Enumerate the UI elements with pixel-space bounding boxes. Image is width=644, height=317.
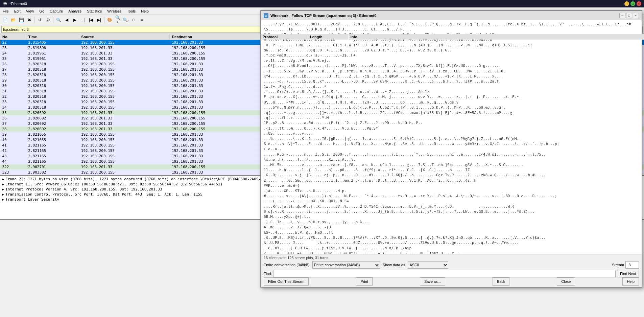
cell-time: 2.820692 (26, 121, 79, 127)
minimize-button[interactable]: ─ (624, 1, 629, 6)
tcp-text: Transmission Control Protocol, Src Port:… (5, 192, 202, 197)
col-no: No. (0, 34, 26, 40)
stream-find-row: Find: Find Next (264, 270, 639, 277)
maximize-button[interactable]: □ (630, 1, 635, 6)
save-as-button[interactable]: Save as... (420, 277, 445, 286)
cell-time: 2.820318 (26, 83, 79, 89)
menu-help[interactable]: Help (138, 8, 151, 14)
cell-dst: 192.168.200.155 (170, 116, 260, 121)
dialog-close-button[interactable]: × (633, 13, 639, 18)
cell-no: 37 (0, 121, 26, 127)
cell-time: 2.821165 (26, 159, 79, 164)
conversation-select[interactable]: Entire conversation (348kB) (312, 261, 380, 269)
dialog-title-area: W Wireshark · Follow TCP Stream (tcp.str… (264, 13, 376, 18)
col-destination: Destination (170, 34, 260, 40)
find-input[interactable] (273, 270, 615, 277)
cell-time: 2.821165 (26, 148, 79, 154)
zoom-out-button[interactable]: 🔍- (122, 16, 129, 24)
cell-time: 2.820318 (26, 72, 79, 78)
dialog-minimize-button[interactable]: ─ (619, 13, 625, 18)
cell-dst: 192.168.201.33 (170, 154, 260, 159)
print-button[interactable]: Print (356, 277, 373, 286)
go-to-packet-button[interactable]: →| (79, 16, 87, 24)
cell-no: 34 (0, 105, 26, 110)
cell-src: 192.168.200.155 (79, 143, 170, 148)
open-button[interactable]: 📂 (9, 16, 17, 24)
cell-no: 26 (0, 62, 26, 67)
colorize-button[interactable]: 🎨 (106, 16, 113, 24)
menu-analyze[interactable]: Analyze (66, 8, 84, 14)
menu-tools[interactable]: Tools (124, 8, 139, 14)
stream-num-label: Stream (612, 263, 624, 267)
find-next-button[interactable]: Find Next (617, 270, 639, 277)
show-data-as-select[interactable]: ASCII Hex EBCDIC Hex Dump C Arrays Raw U… (408, 261, 448, 269)
menu-wireless[interactable]: Wireless (104, 8, 124, 14)
go-forward-button[interactable]: ▶ (71, 16, 78, 24)
stream-controls-row: Entire conversation (348kB) Entire conve… (264, 261, 639, 269)
cell-dst: 192.168.201.33 (170, 170, 260, 175)
cell-time: 2.819961 (26, 51, 79, 56)
back-button[interactable]: Back (493, 277, 509, 286)
reload-button[interactable]: ↺ (36, 16, 44, 24)
tcp-stream-dialog: W Wireshark · Follow TCP Stream (tcp.str… (260, 10, 642, 288)
find-button[interactable]: 🔍 (55, 16, 62, 24)
filter-out-stream-button[interactable]: Filter Out This Stream (264, 277, 309, 286)
cell-time: 2.820692 (26, 110, 79, 116)
cell-dst: 192.168.201.33 (170, 94, 260, 99)
cell-dst: 192.168.201.33 (170, 159, 260, 164)
cell-time: 2.820692 (26, 116, 79, 121)
close-stream-button[interactable]: Close (557, 277, 575, 286)
stream-number-input[interactable] (625, 261, 639, 269)
cell-no: 323 (0, 170, 26, 175)
cell-dst: 192.168.200.155 (170, 121, 260, 127)
cell-no: 22 (0, 40, 26, 45)
cell-src: 192.168.201.33 (79, 110, 170, 116)
cell-src: 192.168.200.155 (79, 154, 170, 159)
menu-edit[interactable]: Edit (11, 8, 23, 14)
ethernet-text: Ethernet II, Src: VMware_86:0a:e2 (00:50… (5, 182, 222, 186)
cell-no: 33 (0, 99, 26, 105)
frame-text: Frame 22: 1221 bytes on wire (9768 bits)… (5, 177, 299, 181)
cell-no: 322 (0, 164, 26, 170)
cell-time: 2.820318 (26, 94, 79, 99)
cell-no: 39 (0, 132, 26, 137)
close-capture-button[interactable]: ✖ (26, 16, 33, 24)
cell-time: 2.820318 (26, 62, 79, 67)
cell-dst: 192.168.201.33 (170, 148, 260, 154)
cell-src: 192.168.200.155 (79, 67, 170, 72)
capture-options-button[interactable]: ⚙ (44, 16, 52, 24)
frame-arrow: ▶ (2, 177, 4, 181)
cell-dst: 192.168.201.33 (170, 78, 260, 83)
close-button[interactable]: × (637, 1, 641, 6)
menu-view[interactable]: View (23, 8, 37, 14)
resize-columns-button[interactable]: ⇔ (138, 16, 146, 24)
cell-time: 2.821055 (26, 132, 79, 137)
new-capture-button[interactable]: 📄 (1, 16, 9, 24)
menu-capture[interactable]: Capture (47, 8, 66, 14)
dialog-controls: ─ □ × (619, 13, 639, 18)
cell-src: 192.168.200.155 (79, 148, 170, 154)
cell-time: 2.903382 (26, 170, 79, 175)
stream-content-area[interactable]: ....~7.yP..7E.&S.....80Il.....ZCgV......… (261, 20, 642, 254)
cell-src: 192.168.201.33 (79, 164, 170, 170)
zoom-normal-button[interactable]: ⊙ (130, 16, 138, 24)
cell-time: 2.821165 (26, 154, 79, 159)
menu-file[interactable]: File (0, 8, 11, 14)
first-packet-button[interactable]: |◀ (87, 16, 95, 24)
help-button[interactable]: Help (622, 277, 639, 286)
save-button[interactable]: 💾 (18, 16, 25, 24)
menu-go[interactable]: Go (37, 8, 47, 14)
menu-statistics[interactable]: Statistics (84, 8, 104, 14)
cell-src: 192.168.200.155 (79, 137, 170, 143)
last-packet-button[interactable]: ▶| (95, 16, 103, 24)
stream-footer: 16 client pkts, 123 server pkts, 31 turn… (261, 254, 642, 287)
dialog-maximize-button[interactable]: □ (626, 13, 632, 18)
cell-src: 192.168.200.155 (79, 170, 170, 175)
zoom-in-button[interactable]: 🔍+ (114, 16, 121, 24)
cell-src: 192.168.201.33 (79, 45, 170, 51)
cell-dst: 192.168.201.33 (170, 137, 260, 143)
find-label: Find: (264, 272, 272, 276)
window-title: *Ethernet0 (9, 2, 27, 6)
col-source: Source (79, 34, 170, 40)
go-back-button[interactable]: ◀ (63, 16, 70, 24)
